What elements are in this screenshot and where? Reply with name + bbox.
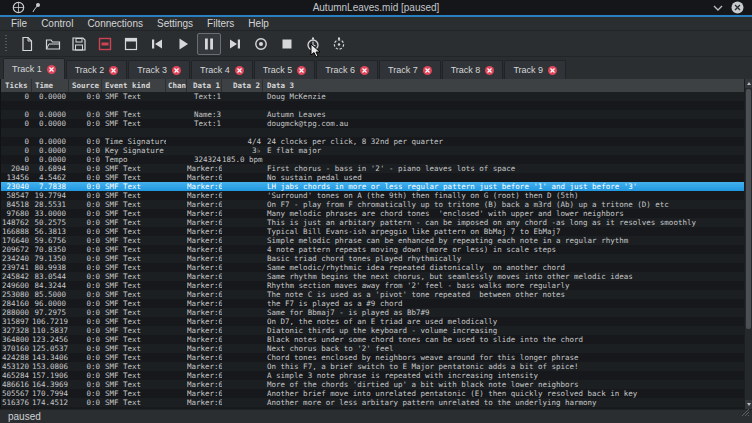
metronome-button[interactable] [327,33,351,55]
header-source[interactable]: Source [69,79,102,92]
tab-track-8[interactable]: Track 8 [442,60,504,79]
tab-label: Track 9 [513,65,543,75]
vertical-scrollbar[interactable] [744,79,752,409]
tab-close-icon[interactable] [109,66,118,75]
cell-event-kind: SMF Text [102,218,166,227]
record-button[interactable] [249,33,273,55]
table-row[interactable]: 20967270.83500:0SMF TextMarker:64 note p… [1,245,745,254]
menu-help[interactable]: Help [241,17,276,31]
table-row[interactable]: 28800097.29750:0SMF TextMarker:6Same for… [1,308,745,317]
tab-close-icon[interactable] [297,66,306,75]
scroll-up-arrow-icon[interactable] [745,79,752,88]
stop-button[interactable] [275,33,299,55]
table-row[interactable]: 486616164.39690:0SMF TextMarker:6More of… [1,380,745,389]
table-row[interactable]: 24584283.05440:0SMF TextMarker:6Same rhy… [1,272,745,281]
header-data-1[interactable]: Data 1 [187,79,222,92]
titlebar[interactable]: AutumnLeaves.mid [paused] [0,0,752,17]
reset-button[interactable] [93,33,117,55]
header-chan[interactable]: Chan [166,79,187,92]
new-button[interactable] [15,33,39,55]
table-row[interactable]: 14876250.25750:0SMF TextMarker:6This is … [1,218,745,227]
menu-file[interactable]: File [4,17,34,31]
tab-track-5[interactable]: Track 5 [254,60,316,79]
table-row[interactable]: 23974180.99380:0SMF TextMarker:6Same mel… [1,263,745,272]
tab-close-icon[interactable] [423,66,432,75]
cell-data-2 [222,263,263,272]
metronome-icon [331,36,347,52]
table-row[interactable]: 24960084.32440:0SMF TextMarker:6Rhythm s… [1,281,745,290]
tab-close-icon[interactable] [548,66,557,75]
scrollbar-thumb[interactable] [746,89,751,329]
table-row[interactable]: 5854719.77940:0SMF TextMarker:6'Surround… [1,191,745,200]
save-button[interactable] [67,33,91,55]
tab-track-4[interactable]: Track 4 [191,60,253,79]
tab-track-7[interactable]: Track 7 [379,60,441,79]
table-row[interactable]: 315897106.72190:0SMF TextMarker:6On D7, … [1,317,745,326]
table-row[interactable]: 370160125.05370:0SMF TextMarker:6Next ch… [1,344,745,353]
event-list-button[interactable] [119,33,143,55]
table-row[interactable]: 00.00000:0SMF TextName:3Autumn Leaves [1,110,745,119]
table-row[interactable]: 23424079.13500:0SMF TextMarker:6Basic tr… [1,254,745,263]
table-row[interactable] [1,101,745,110]
menu-filters[interactable]: Filters [200,17,241,31]
tab-track-3[interactable]: Track 3 [128,60,190,79]
tab-close-icon[interactable] [360,66,369,75]
table-row[interactable]: 00.00000:0Tempo324324185.0 bpm [1,155,745,164]
menu-connections[interactable]: Connections [80,17,150,31]
table-row[interactable]: 00.00000:0SMF TextText:1dougmck@tpg.com.… [1,119,745,128]
table-row[interactable]: 9768033.00000:0SMF TextMarker:6Many melo… [1,209,745,218]
skip-back-icon [149,36,165,52]
close-icon[interactable] [731,1,744,14]
tab-track-9[interactable]: Track 9 [504,60,566,79]
toolbar-drag-handle[interactable] [4,35,10,53]
table-row[interactable]: 16688856.38130:0SMF TextMarker:6Typical … [1,227,745,236]
cell-chan [166,335,187,344]
table-row[interactable]: 25308085.50000:0SMF TextMarker:6The note… [1,290,745,299]
header-event-kind[interactable]: Event kind [102,79,166,92]
play-button[interactable] [171,33,195,55]
table-row[interactable]: 465284157.19060:0SMF TextMarker:6A simpl… [1,371,745,380]
tab-track-2[interactable]: Track 2 [66,60,128,79]
table-row[interactable]: 00.00000:0Key Signature3♭E flat major [1,146,745,155]
header-data-2[interactable]: Data 2 [222,79,263,92]
tab-track-6[interactable]: Track 6 [316,60,378,79]
table-row[interactable]: 17664059.67560:0SMF TextMarker:6Simple m… [1,236,745,245]
table-row[interactable] [1,128,745,137]
rollup-chevron-icon[interactable] [713,5,723,11]
resize-grip[interactable] [741,403,750,421]
cell-source: 0:0 [69,272,102,281]
table-row[interactable]: 00.00000:0Time Signature4/424 clocks per… [1,137,745,146]
table-row[interactable]: 28416096.00000:0SMF TextMarker:6the F7 i… [1,299,745,308]
header-time[interactable]: Time [32,79,69,92]
table-row[interactable]: 327328110.58370:0SMF TextMarker:6Diatoni… [1,326,745,335]
header-ticks[interactable]: Ticks [1,79,32,92]
table-row[interactable]: 505567170.79940:0SMF TextMarker:6Another… [1,389,745,398]
tab-track-1[interactable]: Track 1 [3,58,65,79]
table-row[interactable]: 00.00000:0SMF TextText:1Doug McKenzie [1,92,745,101]
event-list-header[interactable]: TicksTimeSourceEvent kindChanData 1Data … [1,79,745,92]
table-row[interactable]: 134564.54620:0SMF TextMarker:6No sustain… [1,173,745,182]
tab-close-icon[interactable] [485,66,494,75]
table-row[interactable]: 453120153.08060:0SMF TextMarker:6On this… [1,362,745,371]
table-row[interactable]: 364800123.24560:0SMF TextMarker:6Black n… [1,335,745,344]
tab-close-icon[interactable] [47,65,56,74]
menu-settings[interactable]: Settings [150,17,200,31]
timer-button[interactable] [301,33,325,55]
table-row[interactable]: 516376174.45120:0SMF TextMarker:6Another… [1,398,745,407]
table-row[interactable]: 8451828.55310:0SMF TextMarker:6On F7 - p… [1,200,745,209]
open-button[interactable] [41,33,65,55]
tab-close-icon[interactable] [172,66,181,75]
skip-back-button[interactable] [145,33,169,55]
cell-event-kind: SMF Text [102,281,166,290]
table-row[interactable]: 230407.78380:0SMF TextMarker:6LH jabs ch… [1,182,745,191]
tab-close-icon[interactable] [235,66,244,75]
menu-control[interactable]: Control [34,17,80,31]
cell-data-2 [222,254,263,263]
reset-icon [97,36,113,52]
header-data-3[interactable]: Data 3 [263,79,745,92]
pause-button[interactable] [197,33,221,55]
skip-forward-button[interactable] [223,33,247,55]
table-row[interactable]: 20400.68940:0SMF TextMarker:6First choru… [1,164,745,173]
pin-icon[interactable] [31,2,41,13]
table-row[interactable]: 424288143.34060:0SMF TextMarker:6Chord t… [1,353,745,362]
